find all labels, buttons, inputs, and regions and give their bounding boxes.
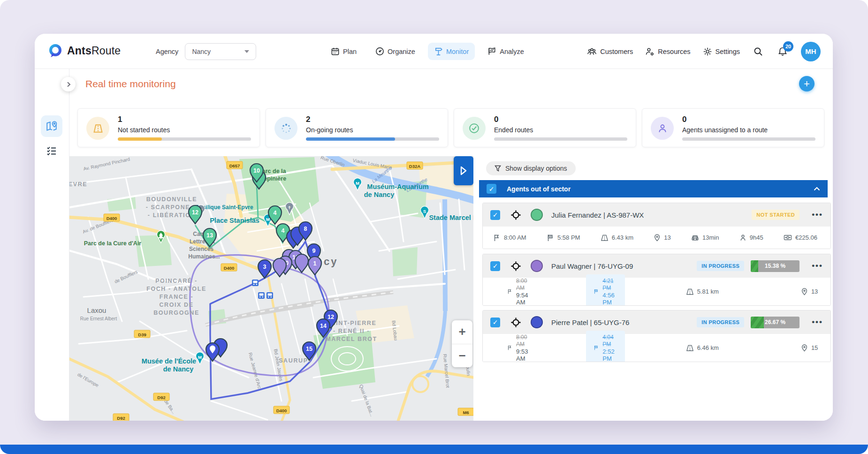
- kpi-progress-track: [118, 137, 251, 141]
- search-icon: [753, 46, 763, 57]
- tab-analyze[interactable]: Analyze: [481, 43, 530, 60]
- kpi-ended-routes[interactable]: 0 Ended routes: [454, 108, 636, 147]
- kpi-value: 2: [306, 115, 310, 124]
- map-label: BOUDONVILLE: [146, 196, 198, 203]
- agent-header[interactable]: ✓ Pierre Patel | 65-UYG-76 IN PROGRESS 2…: [483, 310, 830, 334]
- agent-checkbox[interactable]: ✓: [490, 210, 500, 220]
- map-zoom-control: + −: [452, 320, 472, 367]
- stat-distance: 6.46 km: [686, 344, 719, 352]
- road-badge: D39: [134, 330, 150, 338]
- agent-checkbox[interactable]: ✓: [490, 318, 500, 327]
- kpi-progress-track: [494, 137, 627, 141]
- locate-icon[interactable]: [510, 317, 521, 328]
- locate-icon[interactable]: [510, 210, 521, 220]
- agent-row-julia: ✓ Julia Fernandez | AS-987-WX NOT STARTE…: [482, 203, 831, 249]
- svg-text:13: 13: [206, 232, 213, 239]
- locate-icon[interactable]: [510, 261, 521, 272]
- row-menu-button[interactable]: •••: [812, 261, 823, 271]
- notification-badge: 20: [783, 41, 793, 52]
- progress-label: 26.67 %: [751, 317, 799, 328]
- person-icon: [651, 117, 674, 140]
- status-badge: NOT STARTED: [752, 210, 799, 220]
- road-icon: [686, 288, 694, 295]
- svg-text:M6: M6: [463, 410, 469, 415]
- add-button[interactable]: +: [799, 76, 815, 91]
- car-icon: [691, 234, 699, 242]
- expand-panel-button[interactable]: [454, 156, 473, 185]
- map-label: Muséum-Aquarium: [367, 183, 428, 190]
- main-nav-tabs: Plan Organize Monitor: [325, 34, 530, 69]
- transit-station-icon[interactable]: [258, 292, 265, 299]
- agent-header[interactable]: ✓ Julia Fernandez | AS-987-WX NOT STARTE…: [483, 203, 830, 227]
- map-label: CROIX DE: [159, 302, 193, 308]
- sidebar-item-map-view[interactable]: [41, 115, 62, 137]
- nav-settings[interactable]: Settings: [703, 47, 740, 56]
- map-label: Parc de la Cure d'Air: [84, 240, 142, 247]
- tab-monitor[interactable]: Monitor: [428, 43, 475, 60]
- map-canvas[interactable]: Av. Raymond PinchardRue OberlinViaduc Lo…: [69, 156, 473, 421]
- gear-icon: [703, 47, 712, 56]
- transit-station-icon[interactable]: [252, 280, 259, 286]
- bottom-blue-strip: [0, 445, 868, 454]
- agency-select[interactable]: Nancy: [185, 43, 256, 60]
- stat-distance: 6.43 km: [601, 234, 633, 242]
- map-label: de Nancy: [163, 365, 193, 373]
- chevron-down-icon: [244, 50, 249, 53]
- row-menu-button[interactable]: •••: [812, 318, 823, 327]
- stat-distance: 5.81 km: [686, 288, 719, 295]
- kpi-not-started-routes[interactable]: 1 Not started routes: [77, 108, 260, 147]
- kpi-cards-row: 1 Not started routes 2 On-going routes 0…: [77, 108, 824, 147]
- transit-station-icon[interactable]: [266, 292, 273, 299]
- agents-group-header[interactable]: ✓ Agents out of sector: [479, 180, 828, 197]
- collapse-panel-button[interactable]: [61, 77, 76, 91]
- chevron-right-icon: [66, 82, 71, 87]
- map-label: - SCARPONE: [146, 204, 190, 211]
- stat-end-time: 5:58 PM: [547, 234, 580, 242]
- zoom-in-button[interactable]: +: [452, 320, 472, 344]
- nav-customers[interactable]: Customers: [587, 47, 633, 56]
- app-window: AntsRoute Agency Nancy Plan Organiz: [35, 34, 833, 421]
- stat-end-times: 4:21 PM4:56 PM: [586, 274, 624, 306]
- group-checkbox[interactable]: ✓: [487, 184, 496, 194]
- chevron-up-icon[interactable]: [814, 187, 820, 191]
- agent-row-paul: ✓ Paul Wagner | 76-UYG-09 IN PROGRESS 15…: [482, 254, 831, 306]
- svg-text:D92: D92: [117, 416, 125, 421]
- left-sidebar: [35, 69, 69, 421]
- filter-icon: [495, 165, 501, 172]
- map-label: Place Stanislas: [210, 217, 259, 224]
- map-label: de Nancy: [364, 191, 394, 198]
- road-badge: D32A: [407, 162, 423, 169]
- row-menu-button[interactable]: •••: [812, 210, 823, 219]
- agency-selected-value: Nancy: [192, 48, 211, 55]
- svg-text:✝: ✝: [288, 205, 291, 210]
- map-label: FOCH - ANATOLE: [146, 286, 206, 292]
- kpi-label: Ended routes: [494, 126, 533, 134]
- notifications-button[interactable]: 20: [777, 45, 789, 58]
- road-badge: M6: [458, 408, 473, 416]
- stat-start-times: 8:00 AM9:54 AM: [507, 278, 531, 306]
- brand-logo[interactable]: AntsRoute: [48, 43, 121, 58]
- show-display-options-button[interactable]: Show display options: [486, 161, 576, 175]
- check-circle-icon: [463, 117, 486, 140]
- road-badge: D400: [221, 264, 237, 271]
- pin-icon: [801, 344, 808, 352]
- agent-header[interactable]: ✓ Paul Wagner | 76-UYG-09 IN PROGRESS 15…: [483, 254, 830, 278]
- kpi-ongoing-routes[interactable]: 2 On-going routes: [266, 108, 448, 147]
- tab-plan[interactable]: Plan: [325, 43, 363, 60]
- search-button[interactable]: [752, 45, 764, 58]
- progress-pill: 15.38 %: [751, 260, 799, 272]
- finish-flag-icon: [547, 234, 554, 242]
- signpost-icon: [434, 47, 443, 56]
- map-label: - RENÉ II -: [333, 327, 370, 334]
- avatar[interactable]: MH: [801, 42, 821, 61]
- tab-organize[interactable]: Organize: [369, 43, 421, 60]
- kpi-unassigned-agents[interactable]: 0 Agents unassigned to a route: [642, 108, 824, 147]
- zoom-out-button[interactable]: −: [452, 344, 472, 368]
- svg-text:12: 12: [327, 314, 334, 320]
- pin-icon: [654, 234, 661, 242]
- kpi-progress-track: [682, 137, 815, 141]
- agent-checkbox[interactable]: ✓: [490, 261, 500, 271]
- svg-text:D400: D400: [224, 265, 235, 271]
- sidebar-item-list-view[interactable]: [41, 140, 62, 162]
- nav-resources[interactable]: Resources: [645, 47, 690, 56]
